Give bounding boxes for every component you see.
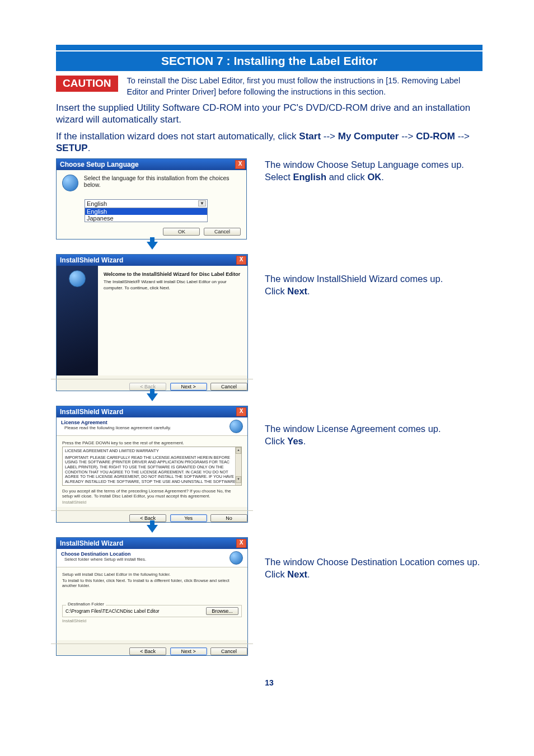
close-icon[interactable]: X bbox=[236, 407, 246, 416]
dialog-title: InstallShield Wizard bbox=[60, 539, 123, 547]
step2-text-line1: The window InstallShield Wizard comes up… bbox=[265, 273, 483, 285]
arrow-down-icon bbox=[147, 393, 158, 401]
section-heading: SECTION 7 : Installing the Label Editor bbox=[56, 51, 483, 71]
language-combobox[interactable]: English bbox=[85, 199, 208, 208]
cancel-button[interactable]: Cancel bbox=[204, 228, 241, 236]
close-icon[interactable]: X bbox=[236, 539, 246, 548]
no-button[interactable]: No bbox=[210, 514, 247, 522]
language-option-english[interactable]: English bbox=[85, 208, 207, 215]
step2-l2-b: Next bbox=[287, 286, 307, 296]
step2-l2-period: . bbox=[307, 286, 310, 296]
destination-header-subtitle: Select folder where Setup will install f… bbox=[64, 557, 146, 562]
installshield-branding: InstallShield bbox=[62, 500, 242, 505]
p2-setup: SETUP bbox=[56, 143, 88, 153]
step3-text-line2: Click Yes. bbox=[265, 435, 483, 447]
cancel-button[interactable]: Cancel bbox=[210, 647, 247, 655]
dialog-title: InstallShield Wizard bbox=[60, 256, 123, 264]
dialog-titlebar: InstallShield Wizard X bbox=[57, 538, 247, 549]
caution-text: To reinstall the Disc Label Editor, firs… bbox=[127, 76, 483, 97]
destination-folder-group: Destination Folder C:\Program Files\TEAC… bbox=[62, 605, 242, 617]
installshield-branding: InstallShield bbox=[62, 618, 242, 623]
page-number: 13 bbox=[56, 678, 483, 687]
installshield-welcome-dialog: InstallShield Wizard X Welcome to the In… bbox=[56, 254, 248, 391]
globe-icon bbox=[62, 175, 78, 191]
intro-paragraph-2: If the installation wizard does not star… bbox=[56, 130, 483, 154]
ok-button[interactable]: OK bbox=[163, 228, 200, 236]
p2-cdrom: CD-ROM bbox=[416, 131, 455, 142]
destination-folder-legend: Destination Folder bbox=[66, 602, 106, 607]
p2-mycomputer: My Computer bbox=[338, 131, 399, 142]
wizard-welcome-title: Welcome to the InstallShield Wizard for … bbox=[104, 271, 242, 277]
step1-l2-period: . bbox=[381, 172, 384, 182]
dialog-titlebar: Choose Setup Language X bbox=[57, 159, 246, 170]
choose-destination-dialog: InstallShield Wizard X Choose Destinatio… bbox=[56, 537, 248, 656]
arrow-down-icon bbox=[147, 242, 158, 250]
step2-text-line2: Click Next. bbox=[265, 285, 483, 297]
p2-pre: If the installation wizard does not star… bbox=[56, 131, 299, 142]
dialog-title: InstallShield Wizard bbox=[60, 408, 123, 416]
step1-l2-pre: Select bbox=[265, 172, 293, 182]
p2-start: Start bbox=[299, 131, 321, 142]
step3-l2-b: Yes bbox=[287, 436, 303, 446]
p2-ar3: --> bbox=[458, 131, 470, 142]
step1-text-line1: The window Choose Setup Language comes u… bbox=[265, 158, 483, 171]
dialog-titlebar: InstallShield Wizard X bbox=[57, 255, 247, 266]
step3-text-line1: The window License Agreement comes up. bbox=[265, 422, 483, 435]
license-pagedown-hint: Press the PAGE DOWN key to see the rest … bbox=[62, 440, 242, 445]
license-agreement-dialog: InstallShield Wizard X License Agreement… bbox=[56, 406, 248, 523]
license-textarea[interactable]: LICENSE AGREEMENT AND LIMITED WARRANTY I… bbox=[62, 447, 242, 486]
arrow-down-icon bbox=[147, 525, 158, 533]
top-accent-strip bbox=[56, 45, 483, 50]
license-body-text: IMPORTANT: PLEASE CAREFULLY READ THE LIC… bbox=[65, 456, 239, 486]
license-header-title: License Agreement bbox=[61, 420, 171, 425]
step4-text-line2: Click Next. bbox=[265, 568, 483, 580]
step2-l2-pre: Click bbox=[265, 286, 287, 296]
destination-instruction-1: Setup will install Disc Label Editor in … bbox=[62, 572, 242, 577]
intro-paragraph-1: Insert the supplied Utility Software CD-… bbox=[56, 102, 483, 126]
wizard-welcome-text: The InstallShield® Wizard will install D… bbox=[104, 279, 242, 291]
destination-instruction-2: To install to this folder, click Next. T… bbox=[62, 578, 242, 588]
language-dropdown-list: English Japanese bbox=[85, 208, 208, 222]
globe-icon bbox=[229, 420, 243, 433]
step1-l2-b2: OK bbox=[367, 172, 381, 182]
close-icon[interactable]: X bbox=[235, 160, 245, 169]
step4-l2-b: Next bbox=[287, 569, 307, 579]
step1-text-line2: Select English and click OK. bbox=[265, 171, 483, 183]
back-button[interactable]: < Back bbox=[129, 647, 166, 655]
p2-period: . bbox=[88, 143, 91, 153]
step1-l2-mid: and click bbox=[326, 172, 367, 182]
next-button[interactable]: Next > bbox=[170, 647, 207, 655]
language-prompt: Select the language for this installatio… bbox=[84, 175, 241, 191]
back-button: < Back bbox=[129, 383, 166, 391]
destination-header-title: Choose Destination Location bbox=[61, 551, 146, 557]
step3-l2-period: . bbox=[303, 436, 306, 446]
license-question-text: Do you accept all the terms of the prece… bbox=[62, 489, 242, 499]
browse-button[interactable]: Browse... bbox=[206, 607, 238, 615]
scrollbar[interactable]: ▲ ▼ bbox=[235, 447, 241, 485]
globe-icon bbox=[229, 551, 243, 565]
license-header-subtitle: Please read the following license agreem… bbox=[64, 425, 171, 430]
language-option-japanese[interactable]: Japanese bbox=[85, 215, 207, 222]
step4-l2-pre: Click bbox=[265, 569, 287, 579]
step3-l2-pre: Click bbox=[265, 436, 287, 446]
yes-button[interactable]: Yes bbox=[170, 514, 207, 522]
dialog-titlebar: InstallShield Wizard X bbox=[57, 406, 247, 417]
close-icon[interactable]: X bbox=[236, 256, 246, 265]
step4-text-line1: The window Choose Destination Location c… bbox=[265, 556, 483, 568]
p2-ar1: --> bbox=[324, 131, 338, 142]
scroll-up-icon[interactable]: ▲ bbox=[236, 447, 241, 454]
choose-language-dialog: Choose Setup Language X Select the langu… bbox=[56, 158, 247, 240]
cancel-button[interactable]: Cancel bbox=[210, 383, 247, 391]
destination-path: C:\Program Files\TEAC\CNDisc Label Edito… bbox=[65, 608, 160, 614]
step4-l2-period: . bbox=[307, 569, 310, 579]
globe-icon bbox=[69, 270, 86, 287]
scroll-down-icon[interactable]: ▼ bbox=[236, 476, 241, 483]
license-heading-text: LICENSE AGREEMENT AND LIMITED WARRANTY bbox=[65, 449, 239, 454]
p2-ar2: --> bbox=[401, 131, 416, 142]
dialog-title: Choose Setup Language bbox=[60, 161, 139, 168]
caution-label: CAUTION bbox=[56, 76, 118, 92]
next-button[interactable]: Next > bbox=[170, 383, 207, 391]
step1-l2-b1: English bbox=[293, 172, 326, 182]
back-button[interactable]: < Back bbox=[129, 514, 166, 522]
wizard-sidebar-graphic bbox=[57, 266, 98, 375]
